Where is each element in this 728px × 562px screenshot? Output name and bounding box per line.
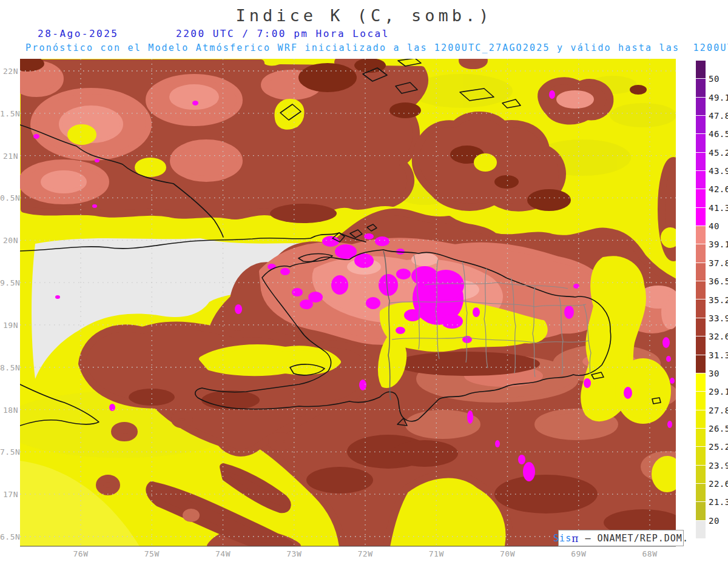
colorbar-label: 33.9 [709,313,728,323]
magenta-cell [366,297,380,309]
colorbar-segment [696,429,706,447]
colorbar-segment [696,189,706,207]
magenta-cell [473,307,480,317]
magenta-cell [523,462,535,481]
magenta-cell [354,253,374,268]
colorbar-segment [696,318,706,336]
lon-label: 68W [638,549,662,558]
colorbar-label: 39.1 [709,239,728,249]
colorbar-segment [696,410,706,429]
colorbar-label: 30 [709,369,720,378]
magenta-cell [396,269,411,279]
magenta-cell [95,159,99,162]
colorbar-label: 41.3 [709,203,728,213]
colorbar-label: 46.5 [709,129,728,139]
magenta-cell [92,204,97,208]
colorbar-segment [696,61,706,79]
colorbar-segment [696,116,706,134]
colorbar-label: 37.8 [709,258,728,268]
lon-label: 70W [496,549,520,558]
lat-label: 19N [0,321,18,330]
colorbar-segment [696,171,706,189]
colorbar-segment [696,466,706,484]
colorbar-segment [696,79,706,97]
magenta-cell [411,266,438,286]
weather-chart-page: Indice K (C, somb.) 28-Ago-2025 2200 UTC… [0,0,728,562]
lon-label: 69W [567,549,591,558]
attribution-separator: – [579,533,597,544]
colorbar-segment [696,373,706,392]
magenta-cell [396,327,405,334]
magenta-cell [666,356,671,362]
lat-label: 20N [0,236,18,245]
colorbar-segment [696,355,706,373]
k-index-field [0,56,692,546]
colorbar-segment [696,263,706,281]
colorbar-label: 43.9 [709,166,728,176]
colorbar-label: 45.2 [709,148,728,158]
attribution-box: Sis π – ONAMET/REP.DOM. [558,530,684,546]
attribution-brand: Sis [553,533,571,544]
lon-label: 73W [282,549,306,558]
magenta-cell [192,101,198,105]
magenta-cell [564,306,574,319]
magenta-cell [379,274,398,296]
magenta-cell [495,440,500,447]
magenta-cell [300,299,313,309]
lon-label: 75W [140,549,164,558]
colorbar-label: 31.3 [709,350,728,360]
colorbar-label: 49.1 [709,93,728,102]
colorbar-segment [696,521,706,539]
colorbar-label: 42.6 [709,184,728,194]
magenta-cell [584,378,591,388]
lat-label: 17N [0,490,18,499]
lat-label: 0.5N [0,193,18,202]
colorbar-label: 35.2 [709,295,728,305]
magenta-cell [441,314,463,329]
magenta-cell [322,236,339,247]
magenta-cell [33,134,39,139]
magenta-cell [549,90,555,99]
colorbar-label: 50 [709,74,720,84]
lon-label: 74W [211,549,235,558]
lon-label: 71W [424,549,448,558]
colorbar-segment [696,484,706,502]
lat-label: 9.5N [0,278,18,287]
colorbar-segment [696,226,706,244]
colorbar-label: 27.8 [709,406,728,415]
lat-label: 6.5N [0,532,18,541]
lat-label: 1.5N [0,109,18,118]
colorbar-label: 22.6 [709,479,728,489]
magenta-cell [235,304,242,314]
colorbar-label: 25.2 [709,442,728,452]
magenta-cell [662,337,670,348]
attribution-org: ONAMET/REP.DOM. [597,533,688,544]
colorbar-segment [696,336,706,355]
pi-symbol: π [571,532,579,544]
lon-label: 76W [69,549,93,558]
lat-label: 7.5N [0,447,18,457]
colorbar-segment [696,134,706,152]
colorbar-segment [696,502,706,520]
colorbar-segment [696,98,706,116]
colorbar-label: 29.1 [709,387,728,396]
map-area [0,0,728,562]
magenta-cell [667,421,672,428]
colorbar-segment [696,447,706,465]
colorbar-label: 20 [709,516,720,526]
colorbar-label: 21.3 [709,497,728,507]
magenta-cell [55,295,60,299]
magenta-cell [518,455,525,464]
lat-label: 21N [0,152,18,161]
lat-label: 18N [0,406,18,415]
colorbar-label: 23.9 [709,461,728,470]
colorbar-segment [696,208,706,226]
magenta-cell [404,309,421,321]
lon-label: 72W [353,549,377,558]
magenta-cell [375,236,389,246]
magenta-cell [280,268,290,275]
lat-label: 22N [0,67,18,76]
magenta-cell [331,275,348,295]
weather-map [0,0,728,562]
colorbar-label: 40 [709,221,720,231]
